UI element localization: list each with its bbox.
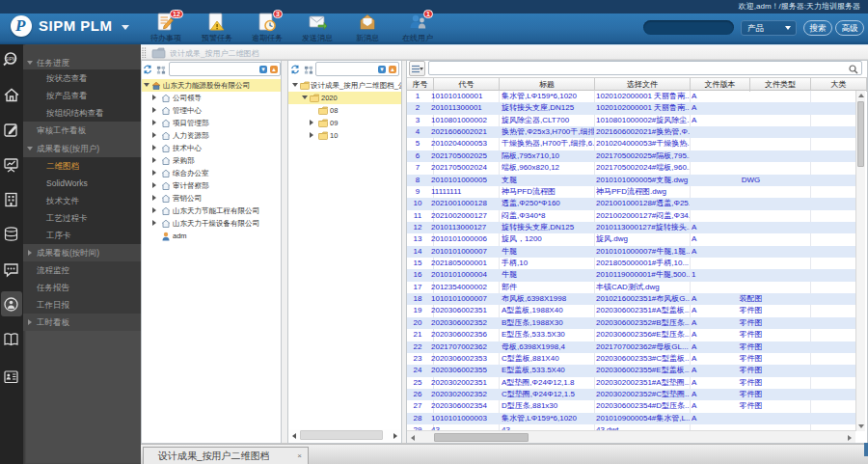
svg-text:SIPM: SIPM [5,57,15,62]
